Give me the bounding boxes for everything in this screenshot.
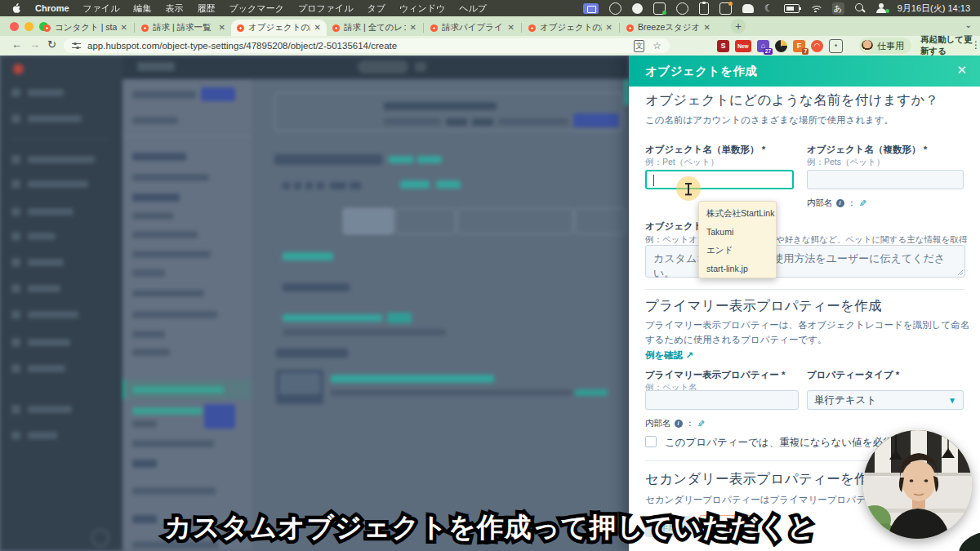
obs-icon[interactable]: [676, 2, 688, 15]
cat-icon[interactable]: [742, 4, 754, 13]
menu-bookmarks[interactable]: ブックマーク: [229, 2, 284, 15]
autofill-option[interactable]: 株式会社StartLink: [706, 208, 774, 220]
tab-close-icon[interactable]: ✕: [219, 24, 225, 32]
ext-pie-icon[interactable]: [775, 40, 787, 52]
translate-icon[interactable]: 文: [634, 40, 644, 52]
battery-icon[interactable]: [784, 4, 800, 13]
decorative-blur-element: [122, 136, 252, 137]
window-close-button[interactable]: [10, 22, 19, 31]
decorative-blur-element: [132, 311, 217, 318]
ime-input-icon[interactable]: あ: [832, 2, 844, 15]
spotlight-search-icon[interactable]: [855, 3, 865, 13]
primary-property-label: プライマリー表示プロパティー *: [645, 369, 785, 381]
reload-button[interactable]: ↻: [47, 38, 56, 51]
phone-icon[interactable]: [609, 2, 621, 15]
decorative-blur-element: [11, 114, 20, 123]
decorative-blur-element: [457, 208, 573, 234]
ext-orange-icon[interactable]: F7: [793, 40, 805, 52]
singular-name-example: 例：Pet（ペット）: [645, 157, 719, 168]
autofill-option[interactable]: Takumi: [706, 227, 733, 237]
decorative-blur-element: [132, 174, 209, 181]
tab-close-icon[interactable]: ✕: [704, 24, 710, 32]
tab-contacts[interactable]: コンタクト | start-link.jp ✕: [38, 20, 133, 36]
ext-purple-icon[interactable]: ⌂27: [757, 40, 769, 52]
decorative-blur-element: [498, 118, 568, 125]
property-type-select[interactable]: 単行テキスト ▼: [807, 390, 964, 410]
tab-all-records[interactable]: 請求 | 全てのレコード ✕: [327, 20, 422, 36]
menu-edit[interactable]: 編集: [134, 2, 152, 15]
line-icon[interactable]: [632, 3, 643, 14]
decorative-blur-element: [132, 117, 178, 124]
decorative-blur-element: [395, 208, 456, 234]
pet-app-icon[interactable]: [719, 2, 732, 15]
tab-search-chevron-icon[interactable]: ⌄: [965, 20, 972, 29]
ext-swirl-icon[interactable]: ◠: [811, 40, 823, 52]
menu-view[interactable]: 表示: [166, 2, 184, 15]
window-minimize-button[interactable]: [24, 22, 33, 31]
required-asterisk: *: [924, 144, 927, 154]
extensions-puzzle-icon[interactable]: •: [829, 39, 843, 53]
text-cursor: [684, 183, 693, 195]
apple-icon[interactable]: [12, 3, 21, 14]
clipboard-icon[interactable]: [699, 2, 709, 15]
menu-bar-clock[interactable]: 9月16日(火) 14:13: [898, 2, 970, 15]
edit-pencil-icon[interactable]: ✎: [697, 419, 705, 429]
fast-user-switch-icon[interactable]: [875, 3, 887, 13]
menu-tab[interactable]: タブ: [367, 2, 385, 15]
see-example-link[interactable]: 例を確認 ↗: [645, 349, 693, 362]
decorative-blur-element: [274, 154, 382, 165]
plural-name-input[interactable]: [807, 170, 964, 189]
menu-window[interactable]: ウィンドウ: [399, 2, 445, 15]
decorative-blur-element: [283, 283, 350, 291]
menu-history[interactable]: 履歴: [198, 2, 216, 15]
camera-status-icon[interactable]: [653, 2, 666, 15]
info-icon[interactable]: i: [836, 199, 844, 207]
description-textarea[interactable]: カスタムオブジェクトの使用方法をユーザーに伝えてください。: [645, 245, 965, 278]
decorative-blur-element: [11, 180, 20, 189]
new-tab-button[interactable]: ＋: [731, 19, 746, 33]
wifi-icon[interactable]: [810, 4, 822, 12]
relaunch-update-button[interactable]: 再起動して更新する: [913, 38, 980, 54]
autofill-option[interactable]: start-link.jp: [706, 264, 748, 273]
menu-app-name[interactable]: Chrome: [35, 3, 69, 13]
hubspot-favicon: [43, 24, 51, 32]
tab-close-icon[interactable]: ✕: [508, 24, 514, 32]
tab-close-icon[interactable]: ✕: [314, 24, 321, 32]
moon-icon[interactable]: ☾: [764, 2, 773, 14]
ext-s-icon[interactable]: S: [717, 40, 729, 52]
screen-share-icon[interactable]: [583, 3, 599, 14]
menu-file[interactable]: ファイル: [83, 2, 120, 15]
decorative-blur-element: [11, 284, 20, 293]
menu-help[interactable]: ヘルプ: [459, 2, 487, 15]
edit-pencil-icon[interactable]: ✎: [859, 198, 866, 209]
site-info-icon[interactable]: [72, 42, 81, 50]
tab-close-icon[interactable]: ✕: [121, 24, 127, 32]
tab-close-icon[interactable]: ✕: [410, 24, 416, 32]
cancel-button[interactable]: キャンセル: [699, 515, 758, 537]
tab-close-icon[interactable]: ✕: [606, 24, 612, 32]
menu-profiles[interactable]: プロファイル: [298, 2, 354, 15]
tab-invoice-pipeline[interactable]: 請求パイプライン設定 ✕: [425, 20, 520, 36]
create-button[interactable]: 作成: [645, 516, 691, 537]
decorative-blur-element: [132, 386, 224, 393]
resize-handle[interactable]: [957, 269, 963, 275]
chrome-menu-kebab-icon[interactable]: ⋮: [971, 39, 980, 51]
autofill-option[interactable]: エンド: [706, 245, 733, 256]
panel-close-icon[interactable]: ✕: [956, 63, 967, 78]
decorative-blur-element: [343, 208, 394, 234]
unique-value-checkbox[interactable]: [645, 436, 657, 447]
back-button[interactable]: ←: [11, 38, 22, 51]
chrome-profile-chip[interactable]: 仕事用: [859, 38, 911, 54]
tab-object-settings-2[interactable]: オブジェクトの設定 ✕: [523, 20, 618, 36]
primary-property-input[interactable]: [645, 390, 799, 410]
forward-button[interactable]: →: [29, 38, 40, 51]
tab-breeze-studio[interactable]: Breezeスタジオ ✕: [621, 20, 716, 36]
info-icon[interactable]: i: [675, 420, 683, 428]
singular-name-input[interactable]: [645, 170, 794, 189]
address-bar[interactable]: app.hubspot.com/object-type-settings/478…: [64, 38, 670, 53]
bookmark-star-icon[interactable]: ☆: [653, 40, 662, 51]
tab-object-settings-active[interactable]: オブジェクトの設定 ✕: [231, 20, 327, 36]
decorative-blur-element: [573, 113, 619, 127]
ext-new-icon[interactable]: New: [735, 40, 751, 52]
tab-invoice-list[interactable]: 請求 | 請求一覧 ✕: [136, 20, 231, 36]
